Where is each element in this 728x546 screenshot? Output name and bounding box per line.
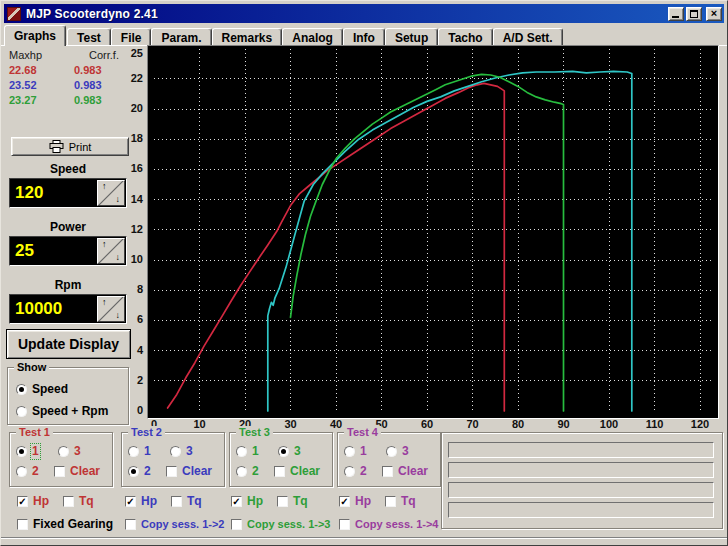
test1-clear-checkbox[interactable]: Clear bbox=[54, 465, 100, 478]
toggle-label: Tq bbox=[401, 495, 416, 508]
remark-field-1[interactable] bbox=[448, 442, 714, 458]
show-option-speed-rpm[interactable]: Speed + Rpm bbox=[16, 405, 108, 418]
y-tick-label: 2 bbox=[119, 374, 143, 386]
session4-tq-checkbox[interactable]: Tq bbox=[385, 495, 416, 508]
rpm-input[interactable] bbox=[12, 296, 99, 322]
spin-down-icon: ↓ bbox=[116, 310, 121, 321]
test-group-3: Test 3123Clear bbox=[229, 432, 333, 487]
fixed-gearing-checkbox[interactable]: Fixed Gearing bbox=[17, 518, 113, 531]
toggle-label: Hp bbox=[141, 495, 157, 508]
session3-hp-checkbox[interactable]: ✓Hp bbox=[231, 495, 263, 508]
test2-radio-2[interactable]: 2 bbox=[128, 465, 151, 478]
x-tick-label: 10 bbox=[186, 418, 214, 430]
clear-label: Clear bbox=[182, 465, 212, 478]
session2-tq-checkbox[interactable]: Tq bbox=[171, 495, 202, 508]
test3-radio-2[interactable]: 2 bbox=[236, 465, 259, 478]
checkbox bbox=[274, 466, 285, 477]
test1-radio-3[interactable]: 3 bbox=[58, 445, 81, 458]
test-group-4: Test 4123Clear bbox=[337, 432, 441, 487]
test3-clear-checkbox[interactable]: Clear bbox=[274, 465, 320, 478]
test-radio-label: 2 bbox=[32, 465, 39, 478]
radio-button bbox=[16, 466, 27, 477]
test-group-title: Test 2 bbox=[128, 426, 165, 438]
test4-radio-1[interactable]: 1 bbox=[344, 445, 367, 458]
radio-button bbox=[344, 466, 355, 477]
remark-field-3[interactable] bbox=[448, 482, 714, 498]
spin-down-icon: ↓ bbox=[116, 194, 121, 205]
power-input[interactable] bbox=[12, 238, 99, 264]
update-display-button[interactable]: Update Display bbox=[6, 329, 131, 359]
test4-radio-3[interactable]: 3 bbox=[386, 445, 409, 458]
remark-field-4[interactable] bbox=[448, 502, 714, 518]
session1-hp-checkbox[interactable]: ✓Hp bbox=[17, 495, 49, 508]
y-tick-label: 4 bbox=[119, 344, 143, 356]
toggle-label: Hp bbox=[33, 495, 49, 508]
rpm-spinner[interactable]: ↑↓ bbox=[97, 296, 125, 322]
print-button[interactable]: Print bbox=[11, 137, 129, 156]
toggle-label: Tq bbox=[79, 495, 94, 508]
test-radio-label: 1 bbox=[360, 445, 367, 458]
test4-clear-checkbox[interactable]: Clear bbox=[382, 465, 428, 478]
test2-radio-1[interactable]: 1 bbox=[128, 445, 151, 458]
corrf-value: 0.983 bbox=[74, 64, 102, 76]
clear-label: Clear bbox=[70, 465, 100, 478]
test1-radio-2[interactable]: 2 bbox=[16, 465, 39, 478]
test3-radio-1[interactable]: 1 bbox=[236, 445, 259, 458]
show-option-label: Speed + Rpm bbox=[32, 405, 108, 418]
checkbox bbox=[382, 466, 393, 477]
toggle-label: Hp bbox=[355, 495, 371, 508]
radio-dot bbox=[281, 449, 286, 454]
radio-button bbox=[344, 446, 355, 457]
speed-spinner[interactable]: ↑↓ bbox=[97, 180, 125, 206]
speed-input[interactable] bbox=[12, 180, 99, 206]
maxhp-value: 22.68 bbox=[9, 64, 37, 76]
checkbox bbox=[231, 519, 242, 530]
copy-sess-1-3-checkbox[interactable]: Copy sess. 1->3 bbox=[231, 518, 330, 531]
tab-graphs[interactable]: Graphs bbox=[4, 25, 66, 46]
copy-sess-1-2-checkbox[interactable]: Copy sess. 1->2 bbox=[125, 518, 224, 531]
y-axis-max-label: 25 bbox=[119, 47, 143, 59]
radio-button bbox=[16, 446, 27, 457]
test-radio-label: 2 bbox=[144, 465, 151, 478]
session3-tq-checkbox[interactable]: Tq bbox=[277, 495, 308, 508]
x-tick-label: 120 bbox=[686, 418, 714, 430]
series-session-3-line bbox=[291, 74, 564, 411]
test-group-title: Test 1 bbox=[16, 426, 53, 438]
copy-sess-1-4-checkbox[interactable]: Copy sess. 1->4 bbox=[339, 518, 438, 531]
test-radio-label: 3 bbox=[74, 445, 81, 458]
maxhp-value: 23.27 bbox=[9, 94, 37, 106]
test-radio-label: 3 bbox=[186, 445, 193, 458]
copy-sess-label: Copy sess. 1->3 bbox=[247, 518, 330, 531]
checkbox bbox=[125, 519, 136, 530]
session2-hp-checkbox[interactable]: ✓Hp bbox=[125, 495, 157, 508]
session4-hp-checkbox[interactable]: ✓Hp bbox=[339, 495, 371, 508]
x-tick-label: 100 bbox=[595, 418, 623, 430]
checkbox bbox=[54, 466, 65, 477]
chart-plot-area bbox=[147, 45, 719, 419]
test-group-title: Test 3 bbox=[236, 426, 273, 438]
graphs-page: Maxhp Corr.f. Print Update Display Show … bbox=[1, 1, 728, 546]
spin-down-icon: ↓ bbox=[116, 252, 121, 263]
show-option-speed[interactable]: Speed bbox=[16, 383, 68, 396]
test4-radio-2[interactable]: 2 bbox=[344, 465, 367, 478]
y-tick-label: 0 bbox=[119, 404, 143, 416]
test2-clear-checkbox[interactable]: Clear bbox=[166, 465, 212, 478]
window-bottom-edge bbox=[1, 537, 728, 538]
app-window: MJP Scooterdyno 2.41 × GraphsTestFilePar… bbox=[0, 0, 728, 546]
power-label: Power bbox=[9, 220, 127, 234]
checkbox bbox=[339, 519, 350, 530]
test2-radio-3[interactable]: 3 bbox=[170, 445, 193, 458]
remark-field-2[interactable] bbox=[448, 462, 714, 478]
test3-radio-3[interactable]: 3 bbox=[278, 445, 301, 458]
checkbox bbox=[171, 496, 182, 507]
checkbox bbox=[63, 496, 74, 507]
radio-button bbox=[128, 446, 139, 457]
power-spinner[interactable]: ↑↓ bbox=[97, 238, 125, 264]
test-radio-label: 3 bbox=[294, 445, 301, 458]
corrf-value: 0.983 bbox=[74, 94, 102, 106]
session1-tq-checkbox[interactable]: Tq bbox=[63, 495, 94, 508]
test-radio-label: 1 bbox=[144, 445, 151, 458]
test1-radio-1[interactable]: 1 bbox=[16, 445, 39, 458]
spin-up-icon: ↑ bbox=[102, 239, 107, 250]
rpm-field-group: ↑↓ bbox=[9, 294, 127, 324]
